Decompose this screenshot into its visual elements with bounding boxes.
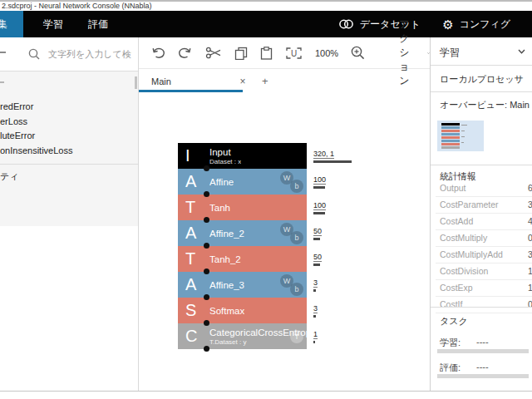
chevron-down-icon[interactable] [518,49,525,54]
connector-dot[interactable] [204,294,209,300]
node-letter: A [178,172,208,191]
node-text: InputDataset : x [209,147,241,165]
title-bar: 2.sdcproj - Neural Network Console (NNab… [0,0,532,11]
info-panel: 学習 ローカルプロセッサ オーバービュー: Main 統計情報 Output6C… [430,37,532,391]
list-scrollbar-thumb[interactable] [135,76,137,89]
zoom-in-button[interactable] [351,46,365,60]
node-output-size: 3 [313,272,318,298]
undo-button[interactable] [150,47,165,59]
paste-icon [260,47,273,60]
output-size-bar [313,341,315,343]
component-panel: redErrorerLossluteErroronInsensitiveLoss… [0,37,139,391]
tab-main[interactable]: Main [139,76,230,86]
statistics-table: Output6CostParameter3CostAdd4CostMultipl… [431,180,532,313]
editor-toolbar: U 100% アクション [139,37,430,69]
panel-divider [431,91,532,92]
tab-close-button[interactable]: × [230,76,255,87]
thumb-stripe [441,146,460,149]
menu-tab[interactable]: 評価 [76,11,121,37]
stat-row: CostAdd4 [436,214,532,230]
stat-value: 4 [528,216,532,226]
node-letter: A [178,275,208,294]
redo-button[interactable] [178,47,193,59]
stat-label: CostDivision [440,266,488,276]
graph-node[interactable]: SSoftmax [178,298,307,323]
task-list: 学習:----評価:---- [440,335,529,385]
component-list-item[interactable]: luteError [0,129,138,144]
component-list-item[interactable]: onInsensitiveLoss [0,144,138,159]
node-text: Affine_2 [209,229,244,239]
cut-icon [205,47,222,59]
component-list-item[interactable]: erLoss [0,115,138,130]
overview-mini-annotation [461,131,465,131]
list-divider [0,164,138,165]
output-size-bar [313,212,325,214]
node-letter: I [178,146,208,165]
graph-node[interactable]: AAffine_3Wb [178,272,307,298]
node-title: Affine_2 [209,229,244,239]
network-graph: IInputDataset : x320, 1AAffineWb100TTanh… [178,143,377,349]
loss-function-list: redErrorerLossluteErroronInsensitiveLoss [0,100,138,158]
graph-node[interactable]: AAffine_2Wb [178,220,307,246]
connector-dot[interactable] [204,243,209,249]
graph-node[interactable]: IInputDataset : x [178,143,307,169]
stat-label: CostAdd [440,216,473,226]
param-badge-b: b [290,283,303,296]
paste-button[interactable] [260,47,273,60]
connector-dot[interactable] [204,346,209,352]
thumb-stripe [441,136,460,139]
task-label: 評価: [440,362,461,374]
property-section-label: ティ [0,170,138,183]
menu-tab[interactable]: 学習 [31,11,76,37]
graph-node[interactable]: TTanh_2 [178,246,307,272]
node-title: Tanh_2 [209,254,241,264]
redo-icon [178,47,193,59]
connector-dot[interactable] [204,268,209,274]
menu-item-config[interactable]: ⚙ コンフィグ [442,17,510,32]
node-output-size: 50 [313,220,322,246]
tab-add-button[interactable]: + [262,75,268,87]
task-row: 評価:---- [440,360,529,385]
component-list-item[interactable]: redError [0,100,138,115]
copy-icon [234,47,248,60]
menu-tab-edit-active[interactable]: 編集 [0,11,23,37]
cut-button[interactable] [205,47,222,59]
copy-button[interactable] [234,47,248,60]
connector-dot[interactable] [204,320,209,326]
output-size-label: 1 [313,330,318,339]
output-size-bar [313,289,316,292]
stat-row: CostDivision1 [436,264,532,280]
stat-row: Output6 [436,180,532,197]
node-title: Tanh [209,203,230,213]
graph-node[interactable]: CCategoricalCrossEntropyT.Dataset : yT [178,323,307,349]
stat-row: CostMultiplyAdd3 [436,247,532,264]
tasks-title: タスク [440,315,468,328]
overview-thumbnail[interactable] [437,121,484,151]
node-title: Softmax [209,306,244,316]
task-row: 学習:---- [440,335,529,360]
graph-node[interactable]: AAffineWb [178,169,307,195]
stat-label: CostParameter [440,200,499,209]
output-size-label: 50 [313,227,322,236]
component-list: redErrorerLossluteErroronInsensitiveLoss… [0,71,138,226]
undo-icon [150,47,165,59]
main-area: redErrorerLossluteErroronInsensitiveLoss… [0,37,532,391]
stat-value: 0 [528,299,532,309]
connector-dot[interactable] [204,191,209,197]
graph-node[interactable]: TTanh [178,195,307,220]
stat-value: 0 [528,233,532,243]
task-label: 学習: [440,337,461,349]
menu-tabs: 学習評価 [31,11,121,37]
stat-row: CostExp1 [436,280,532,297]
task-progress-bar [437,349,529,353]
param-badge-t: T [290,330,303,343]
unit-select-icon: U [285,47,303,60]
node-output-size: 100 [313,195,326,220]
connector-dot[interactable] [204,165,209,171]
mode-dropdown[interactable]: 学習 [440,46,460,60]
node-output-size: 50 [313,246,322,272]
connector-dot[interactable] [204,217,209,223]
search-input[interactable] [47,48,133,60]
overview-mini-annotation [461,142,464,143]
unit-select-button[interactable]: U [285,47,303,60]
